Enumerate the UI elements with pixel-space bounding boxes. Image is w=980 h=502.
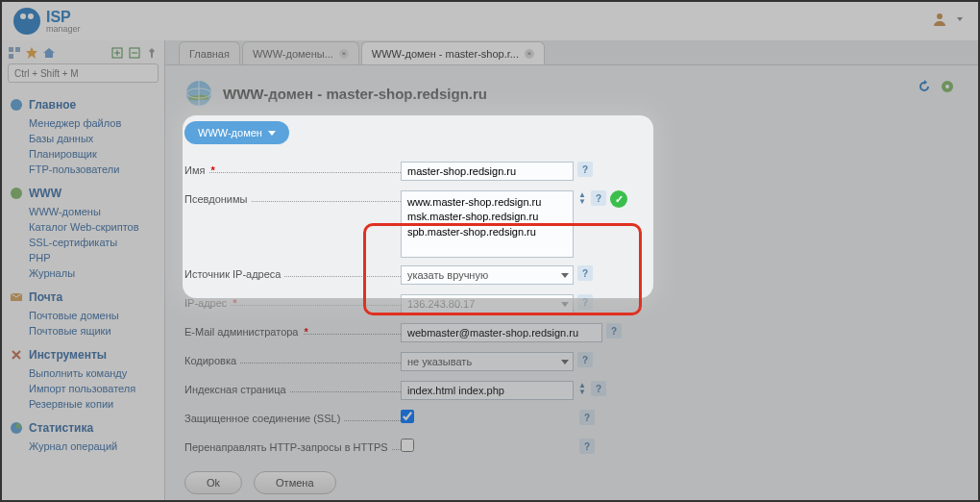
sidebar-item[interactable]: Каталог Web-скриптов: [8, 219, 159, 235]
help-icon[interactable]: ?: [579, 439, 595, 454]
mail-icon: [10, 290, 23, 304]
sidebar-item[interactable]: Выполнить команду: [8, 365, 159, 381]
expand-icon[interactable]: [110, 46, 124, 60]
required-mark: *: [210, 164, 214, 176]
topbar: ISP manager: [2, 2, 978, 40]
sidebar-item[interactable]: Менеджер файлов: [8, 115, 159, 131]
stats-icon: [10, 421, 23, 435]
logo-text: ISP: [46, 9, 71, 25]
label-https-redirect: Перенаправлять HTTP-запросы в HTTPS: [184, 441, 388, 453]
sidebar-toolbar: [8, 44, 159, 63]
globe-green-icon: [10, 187, 23, 200]
check-icon: ✓: [610, 190, 627, 208]
refresh-icon[interactable]: [917, 79, 932, 94]
tools-icon: [10, 348, 23, 362]
svg-marker-4: [26, 47, 37, 59]
svg-point-11: [11, 188, 22, 199]
close-icon[interactable]: ×: [339, 49, 349, 59]
sidebar-section-title[interactable]: Главное: [8, 94, 159, 115]
sidebar-item[interactable]: PHP: [8, 250, 159, 265]
sidebar-section-title[interactable]: WWW: [8, 183, 159, 204]
svg-rect-2: [15, 47, 20, 52]
sidebar-search-input[interactable]: [8, 63, 159, 83]
home-icon[interactable]: [42, 46, 56, 60]
label-ip-source: Источник IP-адреса: [184, 268, 281, 280]
label-name: Имя: [184, 164, 205, 176]
sidebar: ГлавноеМенеджер файловБазы данныхПланиро…: [2, 40, 165, 500]
logo-icon: [13, 8, 40, 35]
sidebar-item[interactable]: Резервные копии: [8, 396, 159, 412]
svg-point-10: [11, 99, 22, 111]
required-mark: *: [305, 326, 308, 338]
label-index: Индексная страница: [184, 384, 286, 395]
sidebar-item[interactable]: Почтовые ящики: [8, 323, 159, 339]
star-icon[interactable]: [25, 46, 38, 60]
index-input[interactable]: [401, 381, 574, 400]
label-encoding: Кодировка: [184, 355, 236, 366]
svg-point-0: [937, 13, 943, 19]
name-input[interactable]: [401, 162, 574, 181]
sidebar-item[interactable]: Базы данных: [8, 131, 159, 146]
svg-rect-3: [9, 54, 13, 59]
subtab-label: WWW-домен: [198, 127, 262, 138]
sidebar-section-title[interactable]: Инструменты: [8, 344, 159, 365]
sidebar-item[interactable]: Почтовые домены: [8, 308, 159, 323]
sidebar-item[interactable]: SSL-сертификаты: [8, 235, 159, 250]
help-icon[interactable]: ?: [591, 381, 606, 396]
help-icon[interactable]: ?: [591, 190, 606, 206]
encoding-select[interactable]: не указывать: [401, 352, 574, 371]
help-icon[interactable]: ?: [577, 265, 593, 281]
content: WWW-домен - master-shop.redsign.ru WWW-д…: [165, 65, 978, 500]
globe-icon: [184, 79, 213, 108]
page-title: WWW-домен - master-shop.redsign.ru: [223, 86, 487, 102]
email-input[interactable]: [401, 323, 602, 342]
label-email: E-Mail администратора: [184, 326, 299, 338]
sidebar-item[interactable]: Планировщик: [8, 146, 159, 162]
help-icon[interactable]: ?: [577, 352, 593, 367]
sidebar-section-title[interactable]: Статистика: [8, 417, 159, 439]
resize-handles[interactable]: ▲▼: [577, 383, 587, 395]
sidebar-section-title[interactable]: Почта: [8, 287, 159, 308]
tab[interactable]: WWW-домен - master-shop.r...×: [361, 41, 545, 64]
tab[interactable]: WWW-домены...×: [242, 41, 359, 64]
help-icon[interactable]: ?: [577, 294, 593, 310]
chevron-down-icon: [268, 131, 276, 136]
subtab-www-domain[interactable]: WWW-домен: [184, 121, 289, 144]
svg-rect-1: [9, 47, 13, 52]
help-icon[interactable]: ?: [577, 162, 593, 177]
https-redirect-checkbox[interactable]: [401, 439, 414, 452]
ip-select[interactable]: 136.243.80.17: [401, 294, 574, 314]
sidebar-item[interactable]: WWW-домены: [8, 204, 159, 219]
main: ГлавнаяWWW-домены...×WWW-домен - master-…: [165, 40, 978, 500]
aliases-textarea[interactable]: [401, 190, 574, 258]
pin-icon[interactable]: [145, 46, 159, 60]
chevron-down-icon: [561, 360, 569, 364]
tabs: ГлавнаяWWW-домены...×WWW-домен - master-…: [165, 40, 978, 65]
sidebar-item[interactable]: FTP-пользователи: [8, 162, 159, 177]
help-icon[interactable]: ?: [606, 323, 622, 339]
ok-button[interactable]: Ok: [184, 471, 242, 494]
globe-blue-icon: [10, 98, 23, 112]
label-aliases: Псевдонимы: [184, 193, 247, 205]
tree-icon[interactable]: [8, 46, 21, 60]
ip-source-select[interactable]: указать вручную: [401, 265, 574, 285]
user-icon[interactable]: [932, 12, 947, 27]
collapse-icon[interactable]: [128, 46, 141, 60]
resize-handles[interactable]: ▲▼: [577, 192, 587, 205]
help-icon[interactable]: ?: [579, 410, 595, 425]
logo-subtext: manager: [46, 24, 81, 34]
user-menu-arrow[interactable]: [957, 17, 963, 21]
sidebar-item[interactable]: Журнал операций: [8, 439, 159, 454]
ssl-checkbox[interactable]: [401, 410, 414, 423]
label-ip: IP-адрес: [184, 297, 227, 309]
sidebar-item[interactable]: Импорт пользователя: [8, 381, 159, 396]
form: Имя* ? Псевдонимы ▲▼ ? ✓: [184, 162, 959, 494]
svg-point-18: [945, 85, 949, 88]
tab[interactable]: Главная: [179, 41, 240, 64]
close-icon[interactable]: ×: [525, 49, 534, 59]
chevron-down-icon: [561, 302, 569, 307]
chevron-down-icon: [561, 273, 569, 278]
settings-icon[interactable]: [940, 79, 955, 94]
sidebar-item[interactable]: Журналы: [8, 265, 159, 281]
cancel-button[interactable]: Отмена: [254, 471, 335, 494]
